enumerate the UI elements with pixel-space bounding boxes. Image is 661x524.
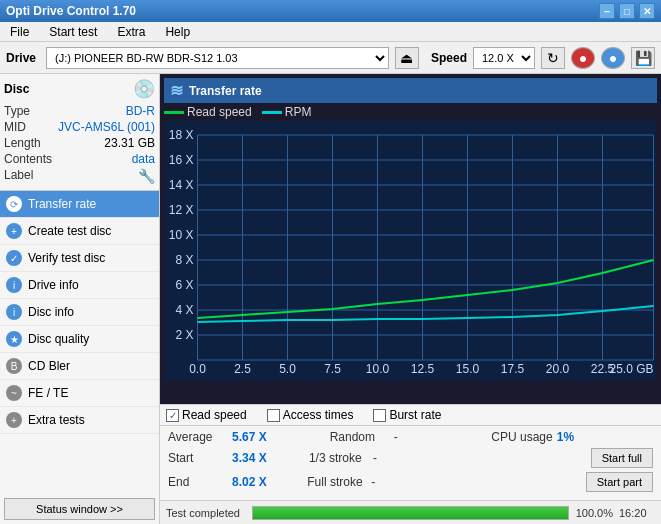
- nav-label-fe-te: FE / TE: [28, 386, 68, 400]
- progress-bar-fill: [253, 507, 568, 519]
- nav-icon-disc-quality: ★: [6, 331, 22, 347]
- disc-contents[interactable]: data: [132, 152, 155, 166]
- window-controls: – □ ✕: [599, 3, 655, 19]
- checkbox-access-times-box[interactable]: [267, 409, 280, 422]
- disc-icon[interactable]: 💿: [133, 78, 155, 100]
- svg-text:14 X: 14 X: [169, 178, 194, 192]
- start-full-button[interactable]: Start full: [591, 448, 653, 468]
- nav-label-disc-info: Disc info: [28, 305, 74, 319]
- menu-start-test[interactable]: Start test: [43, 23, 103, 41]
- menu-bar: File Start test Extra Help: [0, 22, 661, 42]
- nav-create-test-disc[interactable]: + Create test disc: [0, 218, 159, 245]
- close-button[interactable]: ✕: [639, 3, 655, 19]
- svg-text:2 X: 2 X: [175, 328, 193, 342]
- checkbox-burst-rate-label: Burst rate: [389, 408, 441, 422]
- nav-icon-transfer-rate: ⟳: [6, 196, 22, 212]
- drive-bar: Drive (J:) PIONEER BD-RW BDR-S12 1.03 ⏏ …: [0, 42, 661, 74]
- checkbox-burst-rate-box[interactable]: [373, 409, 386, 422]
- checkbox-read-speed[interactable]: ✓ Read speed: [166, 408, 247, 422]
- refresh-button[interactable]: ↻: [541, 47, 565, 69]
- disc-row-contents: Contents data: [4, 152, 155, 166]
- stat-start-label: Start: [168, 451, 228, 465]
- disc-row-type: Type BD-R: [4, 104, 155, 118]
- stat-cpu-value: 1%: [557, 430, 597, 444]
- toolbar-btn-1[interactable]: ●: [571, 47, 595, 69]
- nav-icon-verify-test-disc: ✓: [6, 250, 22, 266]
- start-part-button[interactable]: Start part: [586, 472, 653, 492]
- svg-text:10 X: 10 X: [169, 228, 194, 242]
- nav-fe-te[interactable]: ~ FE / TE: [0, 380, 159, 407]
- menu-extra[interactable]: Extra: [111, 23, 151, 41]
- chart-icon: ≋: [170, 81, 183, 100]
- eject-button[interactable]: ⏏: [395, 47, 419, 69]
- chart-title-bar: ≋ Transfer rate: [164, 78, 657, 103]
- stats-section: Average 5.67 X Random - CPU usage 1% Sta…: [160, 425, 661, 500]
- stat-average-label: Average: [168, 430, 228, 444]
- disc-section-title: Disc: [4, 82, 29, 96]
- nav-icon-fe-te: ~: [6, 385, 22, 401]
- svg-text:15.0: 15.0: [456, 362, 480, 376]
- svg-text:25.0 GB: 25.0 GB: [609, 362, 653, 376]
- stat-random-label: Random: [330, 430, 390, 444]
- legend-label-read: Read speed: [187, 105, 252, 119]
- nav-verify-test-disc[interactable]: ✓ Verify test disc: [0, 245, 159, 272]
- drive-label: Drive: [6, 51, 36, 65]
- progress-percent: 100.0%: [575, 507, 613, 519]
- svg-text:4 X: 4 X: [175, 303, 193, 317]
- svg-text:12 X: 12 X: [169, 203, 194, 217]
- menu-help[interactable]: Help: [159, 23, 196, 41]
- stat-average-value: 5.67 X: [232, 430, 272, 444]
- stats-row-2: Start 3.34 X 1/3 stroke - Start full: [168, 448, 653, 468]
- nav-label-extra-tests: Extra tests: [28, 413, 85, 427]
- nav-icon-disc-info: i: [6, 304, 22, 320]
- nav-transfer-rate[interactable]: ⟳ Transfer rate: [0, 191, 159, 218]
- menu-file[interactable]: File: [4, 23, 35, 41]
- svg-text:6 X: 6 X: [175, 278, 193, 292]
- chart-section: ≋ Transfer rate Read speed RPM: [160, 74, 661, 404]
- progress-bar: [252, 506, 569, 520]
- progress-time: 16:20: [619, 507, 655, 519]
- save-button[interactable]: 💾: [631, 47, 655, 69]
- toolbar-btn-2[interactable]: ●: [601, 47, 625, 69]
- disc-row-label: Label 🔧: [4, 168, 155, 184]
- disc-row-length: Length 23.31 GB: [4, 136, 155, 150]
- status-text: Test completed: [166, 507, 246, 519]
- legend-label-rpm: RPM: [285, 105, 312, 119]
- disc-label-icon[interactable]: 🔧: [138, 168, 155, 184]
- nav-disc-quality[interactable]: ★ Disc quality: [0, 326, 159, 353]
- nav-cd-bler[interactable]: B CD Bler: [0, 353, 159, 380]
- title-bar: Opti Drive Control 1.70 – □ ✕: [0, 0, 661, 22]
- nav-label-cd-bler: CD Bler: [28, 359, 70, 373]
- checkbox-access-times[interactable]: Access times: [267, 408, 354, 422]
- svg-text:0.0: 0.0: [189, 362, 206, 376]
- content-area: ≋ Transfer rate Read speed RPM: [160, 74, 661, 524]
- stat-end-label: End: [168, 475, 228, 489]
- minimize-button[interactable]: –: [599, 3, 615, 19]
- svg-text:17.5: 17.5: [501, 362, 525, 376]
- stat-random: Random -: [330, 430, 492, 444]
- drive-select[interactable]: (J:) PIONEER BD-RW BDR-S12 1.03: [46, 47, 389, 69]
- app-title: Opti Drive Control 1.70: [6, 4, 136, 18]
- stat-full-stroke: Full stroke -: [307, 475, 446, 489]
- nav-section: ⟳ Transfer rate + Create test disc ✓ Ver…: [0, 191, 159, 494]
- checkbox-burst-rate[interactable]: Burst rate: [373, 408, 441, 422]
- disc-section: Disc 💿 Type BD-R MID JVC-AMS6L (001) Len…: [0, 74, 159, 191]
- nav-drive-info[interactable]: i Drive info: [0, 272, 159, 299]
- svg-text:20.0: 20.0: [546, 362, 570, 376]
- stat-cpu-label: CPU usage: [491, 430, 552, 444]
- checkbox-read-speed-box[interactable]: ✓: [166, 409, 179, 422]
- nav-extra-tests[interactable]: + Extra tests: [0, 407, 159, 434]
- speed-select[interactable]: 12.0 X: [473, 47, 535, 69]
- svg-text:5.0: 5.0: [279, 362, 296, 376]
- nav-label-verify-test-disc: Verify test disc: [28, 251, 105, 265]
- disc-mid: JVC-AMS6L (001): [58, 120, 155, 134]
- status-window-button[interactable]: Status window >>: [4, 498, 155, 520]
- stat-full-stroke-value: -: [371, 475, 391, 489]
- stat-random-value: -: [394, 430, 414, 444]
- chart-legend: Read speed RPM: [164, 105, 657, 119]
- checkbox-read-speed-label: Read speed: [182, 408, 247, 422]
- disc-type: BD-R: [126, 104, 155, 118]
- nav-disc-info[interactable]: i Disc info: [0, 299, 159, 326]
- maximize-button[interactable]: □: [619, 3, 635, 19]
- nav-icon-create-test-disc: +: [6, 223, 22, 239]
